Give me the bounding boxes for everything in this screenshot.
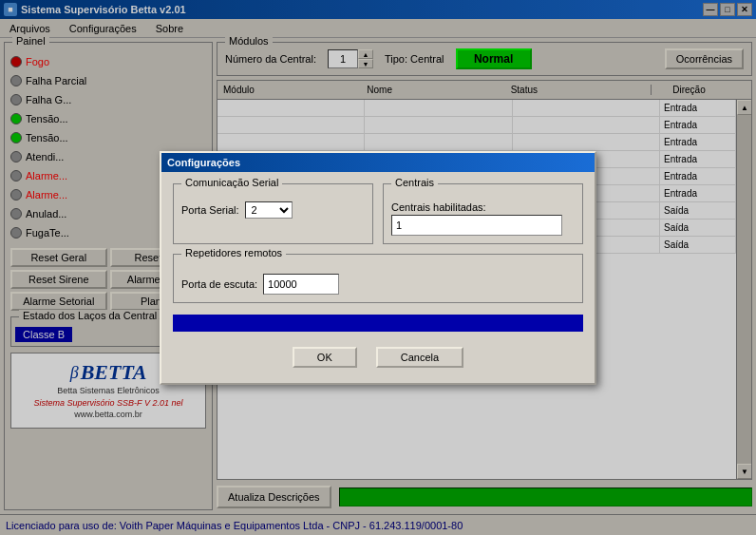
centrais-section: Centrais Centrais habilitadas:: [383, 183, 583, 244]
porta-serial-select[interactable]: 1 2 3 4: [245, 201, 293, 219]
porta-serial-label: Porta Serial:: [181, 204, 239, 216]
config-dialog-title: Configurações: [167, 157, 240, 168]
config-dialog: Configurações Comunicação Serial Porta S…: [160, 151, 596, 385]
ok-button[interactable]: OK: [293, 347, 357, 368]
centrais-habilitadas-input[interactable]: [391, 215, 562, 236]
centrais-habilitadas-label: Centrais habilitadas:: [391, 201, 486, 213]
modal-overlay: Configurações Comunicação Serial Porta S…: [0, 0, 756, 535]
centrais-section-title: Centrais: [391, 177, 438, 188]
serial-section-title: Comunicação Serial: [181, 177, 282, 188]
config-dialog-title-bar: Configurações: [161, 153, 595, 172]
porta-escuta-input[interactable]: [263, 274, 339, 295]
repetidores-title: Repetidores remotos: [181, 247, 286, 258]
cancel-button[interactable]: Cancela: [376, 347, 463, 368]
porta-escuta-label: Porta de escuta:: [181, 278, 257, 290]
serial-section: Comunicação Serial Porta Serial: 1 2 3 4: [173, 183, 373, 244]
repetidores-section: Repetidores remotos Porta de escuta:: [173, 254, 583, 303]
dialog-blue-bar: [173, 315, 583, 332]
